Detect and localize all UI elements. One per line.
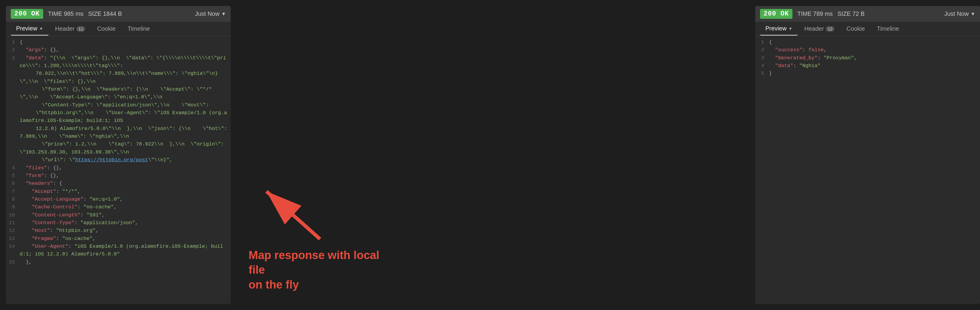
right-tab-preview[interactable]: Preview ▼ [760, 22, 798, 35]
left-just-now: Just Now ▼ [195, 10, 226, 17]
middle-area: Map response with local file on the fly [231, 0, 749, 310]
left-status-bar: 200 OK TIME 985 ms SIZE 1844 B Just Now … [6, 6, 231, 22]
code-line-6: 6 "headers": { [6, 180, 231, 187]
code-line-7: 7 "Accept": "*/*", [6, 188, 231, 195]
right-status-badge: 200 OK [760, 9, 792, 19]
r-code-line-5: 5 } [755, 70, 980, 78]
code-line-3: 3 "data": "{\\n \"args\": {},\\n \"data\… [6, 54, 231, 164]
code-line-14: 14 "User-Agent": "iOS Example/1.0 (org.a… [6, 243, 231, 259]
right-tabs-bar: Preview ▼ Header 12 Cookie Timeline [755, 22, 980, 36]
left-status-badge: 200 OK [11, 9, 43, 19]
code-line-5: 5 "form": {}, [6, 172, 231, 180]
code-line-2: 2 "args": {}, [6, 46, 231, 54]
left-code-area: 1 { 2 "args": {}, 3 "data": "{\\n \"args… [6, 36, 231, 304]
right-just-now: Just Now ▼ [944, 10, 975, 17]
right-tab-cookie[interactable]: Cookie [841, 22, 870, 35]
code-line-12: 12 "Host": "httpbin.org", [6, 227, 231, 235]
left-tab-cookie[interactable]: Cookie [92, 22, 121, 35]
right-code-area: 1 { 2 "success": false, 3 "Generated_by"… [755, 36, 980, 304]
annotation-text: Map response with local file on the fly [248, 248, 398, 292]
code-line-9: 9 "Cache-Control": "no-cache", [6, 203, 231, 211]
left-time-meta: TIME 985 ms [48, 10, 83, 17]
red-arrow-icon [248, 182, 332, 242]
code-line-15: 15 }, [6, 259, 231, 266]
right-tab-header[interactable]: Header 12 [799, 22, 840, 35]
left-tab-header[interactable]: Header 11 [50, 22, 91, 35]
right-status-bar: 200 OK TIME 789 ms SIZE 72 B Just Now ▼ [755, 6, 980, 22]
arrow-annotation: Map response with local file on the fly [248, 182, 737, 292]
right-preview-arrow-icon: ▼ [788, 26, 792, 31]
r-code-line-1: 1 { [755, 38, 980, 46]
code-line-8: 8 "Accept-Language": "en;q=1.0", [6, 195, 231, 203]
left-tab-preview[interactable]: Preview ▼ [11, 22, 49, 35]
code-line-10: 10 "Content-Length": "591", [6, 211, 231, 219]
right-dropdown-arrow-icon[interactable]: ▼ [970, 11, 975, 17]
code-line-1: 1 { [6, 38, 231, 46]
right-time-meta: TIME 789 ms [797, 10, 833, 17]
right-panel: 200 OK TIME 789 ms SIZE 72 B Just Now ▼ … [755, 6, 980, 304]
code-line-13: 13 "Pragma": "no-cache", [6, 235, 231, 243]
left-size-meta: SIZE 1844 B [88, 10, 122, 17]
right-size-meta: SIZE 72 B [837, 10, 864, 17]
svg-line-1 [266, 191, 320, 239]
left-tabs-bar: Preview ▼ Header 11 Cookie Timeline [6, 22, 231, 36]
left-preview-arrow-icon: ▼ [39, 26, 43, 31]
code-line-4: 4 "files": {}, [6, 164, 231, 172]
left-dropdown-arrow-icon[interactable]: ▼ [221, 11, 226, 17]
r-code-line-2: 2 "success": false, [755, 46, 980, 54]
right-tab-timeline[interactable]: Timeline [871, 22, 904, 35]
code-line-11: 11 "Content-Type": "application/json", [6, 219, 231, 227]
r-code-line-4: 4 "data": "Nghia" [755, 62, 980, 70]
left-panel: 200 OK TIME 985 ms SIZE 1844 B Just Now … [6, 6, 231, 304]
r-code-line-3: 3 "Generated_by": "Proxyman", [755, 54, 980, 62]
left-tab-timeline[interactable]: Timeline [122, 22, 155, 35]
